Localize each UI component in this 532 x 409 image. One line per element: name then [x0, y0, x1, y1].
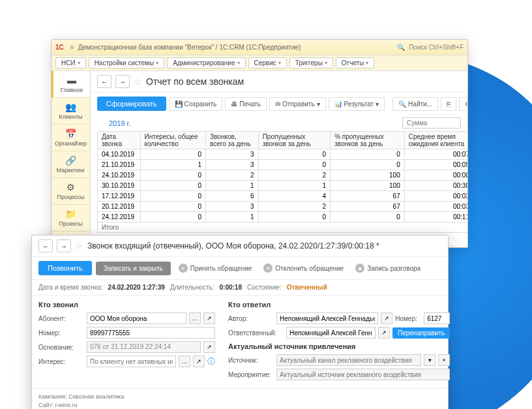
open-button[interactable]: ↗ — [193, 356, 205, 367]
chevron-down-icon: ▾ — [156, 60, 158, 66]
open-button[interactable]: ↗ — [203, 341, 215, 353]
datetime-value: 24.02.2020 1:27:39 — [108, 284, 165, 291]
menu-reports[interactable]: Отчеты▾ — [336, 57, 375, 68]
chevron-down-icon: ▾ — [366, 60, 368, 66]
col-missed-pct: % пропущенных звонков за день — [331, 132, 405, 149]
year-label[interactable]: 2019 г. — [97, 119, 130, 127]
report-toolbar: Сформировать 💾Сохранить 🖶Печать ✉Отправи… — [91, 93, 467, 115]
abonent-input[interactable] — [87, 312, 186, 324]
projects-icon: 📁 — [53, 209, 89, 219]
event-input[interactable] — [276, 369, 450, 380]
table-row[interactable]: 30.10.201901110000:30 — [98, 181, 468, 191]
table-row[interactable]: 21.10.2019130000:05 — [98, 160, 468, 170]
copy-icon: ⎘ — [447, 100, 451, 108]
number2-label: Номер: — [395, 315, 421, 322]
record-button[interactable]: ●Запись разговора — [351, 261, 424, 275]
send-button[interactable]: ✉Отправить▾ — [269, 97, 326, 111]
menu-nsi[interactable]: НСИ▾ — [55, 57, 86, 68]
menubar: НСИ▾ Настройки системы▾ Администрировани… — [52, 55, 467, 71]
find-button[interactable]: 🔍Найти... — [392, 97, 438, 111]
menu-admin[interactable]: Администрирование▾ — [167, 57, 245, 68]
number-input[interactable] — [87, 327, 215, 339]
chevron-down-icon: ▾ — [237, 60, 240, 66]
save-button[interactable]: 💾Сохранить — [169, 97, 223, 111]
call-window: ← → ☆ Звонок входящий (отвеченный), ООО … — [31, 235, 449, 409]
caller-column: Кто звонил Абонент: … ↗ Номер: Основание… — [38, 301, 215, 383]
table-row[interactable]: 24.12.2019010000:11 — [98, 212, 468, 222]
chevron-down-icon: ▾ — [325, 60, 327, 66]
sidebar-item-projects[interactable]: 📁Проекты — [52, 205, 90, 232]
number2-input[interactable] — [424, 312, 450, 324]
sidebar-item-main[interactable]: ▬Главное — [52, 71, 90, 98]
save-close-button[interactable]: Записать и закрыть — [96, 262, 171, 275]
answerer-header: Кто ответил — [228, 301, 450, 309]
resp-input[interactable] — [286, 327, 376, 339]
accept-button[interactable]: +Принять обращение — [175, 261, 256, 275]
col-missed: Пропущенных звонков за день — [258, 132, 331, 149]
call-button[interactable]: Позвонить — [38, 261, 92, 275]
caller-header: Кто звонил — [38, 301, 215, 309]
star-icon[interactable]: ☆ — [134, 76, 142, 87]
extra-button-2[interactable]: ⚙ — [459, 97, 467, 111]
info-icon[interactable]: ⓘ — [207, 356, 215, 367]
global-search[interactable]: 🔍 Поиск Ctrl+Shift+F — [397, 44, 464, 51]
sidebar-item-processes[interactable]: ⚙Процессы — [52, 178, 90, 205]
resp-label: Ответственный: — [228, 329, 284, 337]
chevron-down-icon: ▾ — [78, 60, 80, 66]
open-button[interactable]: ↗ — [381, 312, 392, 324]
print-button[interactable]: 🖶Печать — [225, 97, 267, 111]
col-avg-wait: Среднее время ожидания клиента — [404, 132, 467, 149]
clear-button[interactable]: × — [438, 354, 450, 366]
open-button[interactable]: ↗ — [203, 312, 215, 324]
form-button[interactable]: Сформировать — [97, 97, 166, 111]
plus-icon: + — [179, 264, 188, 273]
call-info-bar: Дата и время звонка: 24.02.2020 1:27:39 … — [32, 280, 448, 295]
table-row[interactable]: 24.10.201902210000:00 — [98, 170, 468, 181]
interest-input[interactable] — [87, 356, 176, 367]
menu-triggers[interactable]: Триггеры▾ — [289, 57, 333, 68]
result-button[interactable]: 📊Результат▾ — [329, 97, 385, 111]
tab-header: ← → ☆ Отчет по всем звонкам — [91, 71, 467, 93]
author-input[interactable] — [276, 312, 378, 324]
source-header: Актуальный источник привлечения — [228, 342, 450, 350]
sum-input[interactable] — [402, 117, 461, 129]
call-title: Звонок входящий (отвеченный), ООО Моя об… — [87, 241, 379, 250]
chevron-down-icon: ▾ — [317, 100, 320, 108]
datetime-label: Дата и время звонка: — [38, 284, 103, 291]
basis-field[interactable]: 076 от 21.12.2019 22:24:14 — [87, 341, 201, 353]
year-row: 2019 г. — [91, 115, 467, 131]
record-icon: ● — [355, 264, 364, 273]
total-row: Итого — [98, 222, 468, 233]
nav-forward-button[interactable]: → — [57, 239, 71, 252]
dots-button[interactable]: … — [189, 312, 201, 324]
open-button[interactable]: ↗ — [378, 327, 390, 339]
titlebar: 1C ≡ Демонстрационная база компании "Вет… — [52, 40, 467, 55]
footer-site: Сайт: i-wine.ru — [38, 401, 441, 409]
table-row[interactable]: 04.10.2019030000:07 — [98, 149, 468, 160]
menu-service[interactable]: Сервис▾ — [248, 57, 287, 68]
save-icon: 💾 — [175, 100, 183, 108]
sidebar-item-marketing[interactable]: 🔗Маркетинг — [52, 151, 90, 178]
source-input[interactable] — [276, 354, 421, 366]
sidebar-item-clients[interactable]: 👥Клиенты — [52, 98, 90, 125]
menu-settings[interactable]: Настройки системы▾ — [89, 57, 165, 68]
abonent-label: Абонент: — [38, 315, 84, 322]
dots-button[interactable]: … — [179, 356, 190, 367]
duration-label: Длительность: — [170, 284, 214, 291]
report-table: Дата звонка Интересы, общее количество З… — [97, 131, 467, 233]
table-row[interactable]: 20.12.20190326700:03 — [98, 202, 468, 212]
nav-back-button[interactable]: ← — [97, 75, 111, 88]
reject-button[interactable]: ×Отклонить обращение — [259, 261, 347, 275]
state-value: Отвеченный — [287, 284, 327, 291]
sidebar-item-organizer[interactable]: 📅Органайзер — [52, 125, 90, 151]
nav-forward-button[interactable]: → — [115, 75, 130, 88]
source-label: Источник: — [228, 357, 274, 364]
state-label: Состояние: — [247, 284, 282, 291]
redirect-button[interactable]: Перенаправить — [392, 327, 450, 339]
burger-icon[interactable]: ≡ — [70, 44, 74, 51]
star-icon[interactable]: ☆ — [75, 241, 83, 251]
nav-back-button[interactable]: ← — [38, 239, 53, 252]
dropdown-button[interactable]: ▾ — [424, 354, 436, 366]
table-row[interactable]: 17.12.20190646700:03 — [98, 191, 468, 202]
extra-button-1[interactable]: ⎘ — [441, 97, 456, 111]
